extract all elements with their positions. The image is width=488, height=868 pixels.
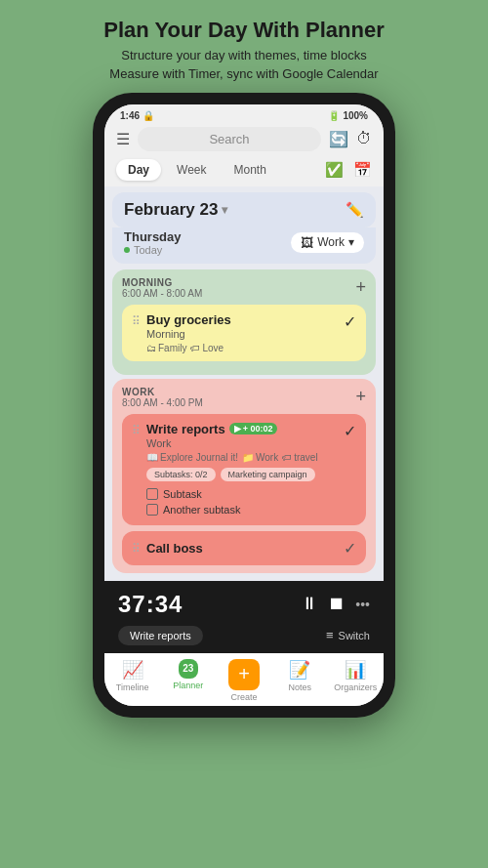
organizers-icon: 📊 [345,659,366,681]
subtask-checkbox[interactable] [146,488,158,500]
nav-planner[interactable]: 23 Planner [164,659,213,690]
date-display: February 23 [124,200,218,220]
search-placeholder: Search [209,132,249,146]
task-check-icon[interactable]: ✓ [344,312,356,331]
timer-task-row: Write reports ≡ Switch [104,624,384,653]
subtask-checkbox[interactable] [146,504,158,516]
drag-handle-icon: ⠿ [132,422,141,437]
task-check-icon[interactable]: ✓ [344,539,356,558]
task-subtitle: Morning [146,328,338,340]
phone-screen: 1:46 🔒 🔋 100% ☰ Search 🔄 ⏱ Day Week Mont… [104,104,384,706]
drag-handle-icon: ⠿ [132,312,141,328]
tab-week[interactable]: Week [165,159,218,181]
task-title: Write reports [146,422,225,436]
battery-icon: 🔋 [328,110,340,121]
morning-title: MORNING [122,277,202,288]
today-dot [124,247,130,253]
morning-add-button[interactable]: + [355,277,366,298]
timer-icon[interactable]: ⏱ [356,130,372,148]
timer-bar: 37:34 ⏸ ⏹ ••• [104,581,384,624]
date-chevron-icon[interactable]: ▾ [222,203,227,217]
task-check-icon[interactable]: ✓ [344,422,356,440]
task-tags: 🗂 Family 🏷 Love [146,343,338,353]
checklist-icon[interactable]: ✅ [325,161,344,179]
scroll-content[interactable]: February 23 ▾ ✏️ Thursday Today 🖼 Work [104,186,384,581]
bottom-nav: 📈 Timeline 23 Planner + Create 📝 Notes 📊… [104,653,384,706]
nav-notes-label: Notes [288,682,311,692]
nav-create-label: Create [230,692,257,702]
signal-icon: 🔒 [142,110,154,121]
app-title: Plan Your Day With Planner [103,18,385,43]
menu-icon[interactable]: ☰ [116,130,130,148]
tab-month[interactable]: Month [222,159,277,181]
tab-day[interactable]: Day [116,159,161,181]
timer-pause-icon[interactable]: ⏸ [301,594,318,614]
task-buy-groceries[interactable]: ⠿ Buy groceries Morning 🗂 Family 🏷 Love … [122,305,366,361]
subtask-item: Another subtask [146,502,338,517]
switch-label: Switch [339,630,370,641]
subtask-chips: Subtasks: 0/2 Marketing campaign [146,468,338,481]
battery-percent: 100% [343,110,368,121]
work-tag-label: Work [317,235,345,249]
date-header: February 23 ▾ ✏️ [112,192,376,227]
timer-display: 37:34 [118,591,183,618]
top-bar: ☰ Search 🔄 ⏱ [104,123,384,157]
notes-icon: 📝 [289,659,310,681]
work-tag-chevron: ▾ [348,235,354,249]
nav-timeline[interactable]: 📈 Timeline [108,659,157,692]
timer-badge: ▶ + 00:02 [229,423,278,434]
subtask-item: Subtask [146,486,338,502]
subtask-chip: Marketing campaign [221,468,315,481]
timer-more-icon[interactable]: ••• [355,597,370,612]
drag-handle-icon: ⠿ [132,540,141,556]
status-bar: 1:46 🔒 🔋 100% [104,104,384,123]
subtask-list: Subtask Another subtask [146,486,338,517]
nav-create[interactable]: + Create [220,659,268,702]
task-call-boss[interactable]: ⠿ Call boss ✓ [122,531,366,565]
calendar-icon[interactable]: 📅 [353,161,372,179]
nav-timeline-label: Timeline [116,682,149,692]
search-box[interactable]: Search [138,127,321,151]
nav-organizers[interactable]: 📊 Organizers [331,659,380,692]
subtask-chip: Subtasks: 0/2 [146,468,216,481]
task-title: Buy groceries [146,312,338,327]
work-time: 8:00 AM - 4:00 PM [122,397,203,408]
status-time: 1:46 [120,110,140,121]
switch-icon: ≡ [326,628,334,642]
morning-section: MORNING 6:00 AM - 8:00 AM + ⠿ Buy grocer… [112,269,376,375]
today-label: Today [124,244,182,256]
app-subtitle: Structure your day with themes, time blo… [103,47,385,82]
task-subtitle: Work [146,437,338,449]
nav-organizers-label: Organizers [334,682,377,692]
timeline-icon: 📈 [122,659,143,681]
nav-notes[interactable]: 📝 Notes [275,659,324,692]
work-tag[interactable]: 🖼 Work ▾ [291,232,364,253]
task-title: Call boss [146,541,338,556]
morning-time: 6:00 AM - 8:00 AM [122,288,202,299]
task-write-reports[interactable]: ⠿ Write reports ▶ + 00:02 Work 📖 Explore… [122,414,366,525]
task-tags: 📖 Explore Journal it! 📁 Work 🏷 travel [146,452,338,463]
period-tabs: Day Week Month ✅ 📅 [104,157,384,186]
work-tag-icon: 🖼 [301,235,313,250]
phone-device: 1:46 🔒 🔋 100% ☰ Search 🔄 ⏱ Day Week Mont… [93,93,395,718]
timer-task-label[interactable]: Write reports [118,626,203,645]
nav-planner-label: Planner [173,681,203,690]
refresh-icon[interactable]: 🔄 [329,130,348,148]
work-section: WORK 8:00 AM - 4:00 PM + ⠿ Write reports… [112,379,376,573]
day-row: Thursday Today 🖼 Work ▾ [112,227,376,264]
timer-stop-icon[interactable]: ⏹ [328,594,346,614]
edit-icon[interactable]: ✏️ [346,201,364,219]
timer-switch[interactable]: ≡ Switch [326,628,370,642]
create-button[interactable]: + [228,659,260,690]
work-add-button[interactable]: + [355,387,366,407]
app-header: Plan Your Day With Planner Structure you… [84,0,404,93]
work-title: WORK [122,387,203,397]
day-name: Thursday [124,229,182,244]
planner-badge: 23 [179,659,198,679]
